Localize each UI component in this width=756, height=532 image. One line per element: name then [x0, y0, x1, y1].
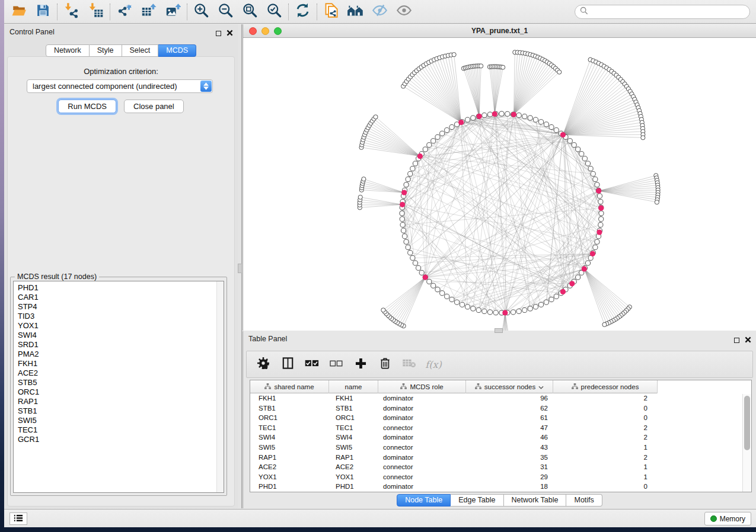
network-graph[interactable] — [243, 38, 756, 331]
export-network-button[interactable] — [112, 2, 136, 22]
table-row[interactable]: YOX1YOX1connector291 — [250, 472, 751, 482]
table-row[interactable]: ACE2ACE2connector311 — [250, 462, 751, 472]
zoom-out-button[interactable] — [213, 2, 238, 22]
result-node-item[interactable]: TEC1 — [18, 425, 224, 435]
float-panel-icon[interactable] — [734, 338, 739, 343]
first-neighbors-button[interactable] — [343, 2, 368, 22]
column-header-shared-name[interactable]: shared name — [250, 380, 329, 393]
zoom-in-icon — [193, 2, 209, 21]
result-node-item[interactable]: YOX1 — [18, 321, 224, 331]
close-panel-button[interactable]: Close panel — [124, 100, 184, 113]
result-node-item[interactable]: ORC1 — [18, 387, 224, 397]
delete-table-button[interactable] — [402, 357, 416, 371]
network-canvas[interactable] — [243, 38, 756, 331]
result-node-item[interactable]: PMA2 — [18, 350, 224, 359]
memory-button[interactable]: Memory — [704, 512, 751, 525]
table-toolbar: f(x) — [246, 351, 753, 378]
deselect-all-checkboxes-button[interactable] — [329, 357, 343, 371]
result-node-item[interactable]: RAP1 — [18, 397, 224, 406]
tab-network-table[interactable]: Network Table — [504, 494, 567, 507]
tab-select[interactable]: Select — [122, 44, 159, 57]
duplicate-network-button[interactable] — [319, 2, 343, 22]
save-session-button[interactable] — [31, 2, 55, 22]
mcds-result-list: PHD1CAR1STP4TID3YOX1SWI4SRD1PMA2FKH1ACE2… — [13, 281, 224, 493]
result-node-item[interactable]: CAR1 — [18, 293, 224, 302]
vertical-splitter[interactable] — [238, 24, 242, 508]
table-row[interactable]: RAP1RAP1dominator352 — [250, 453, 751, 463]
export-image-button[interactable] — [161, 2, 185, 22]
import-table-button[interactable] — [84, 2, 108, 22]
network-titlebar: YPA_prune.txt_1 — [243, 24, 756, 38]
result-node-item[interactable]: ACE2 — [18, 368, 224, 378]
table-row[interactable]: SWI4SWI4dominator462 — [250, 432, 751, 443]
table-settings-button[interactable] — [256, 357, 270, 371]
tab-network[interactable]: Network — [46, 44, 90, 57]
result-node-item[interactable]: STB5 — [18, 378, 224, 387]
tab-node-table[interactable]: Node Table — [397, 494, 451, 507]
column-header-successor-nodes[interactable]: successor nodes — [466, 380, 553, 393]
fx-icon: f(x) — [425, 359, 441, 370]
export-image-icon — [165, 2, 181, 21]
result-node-item[interactable]: PHD1 — [18, 283, 224, 293]
export-table-button[interactable] — [136, 2, 161, 22]
result-node-item[interactable]: STP4 — [18, 302, 224, 312]
table-row[interactable]: TEC1TEC1connector472 — [250, 423, 751, 433]
close-panel-icon[interactable] — [227, 28, 233, 39]
close-panel-icon[interactable] — [745, 335, 751, 345]
task-history-button[interactable] — [9, 512, 27, 525]
result-node-item[interactable]: SRD1 — [18, 340, 224, 350]
zoom-selected-button[interactable] — [262, 2, 286, 22]
delete-row-button[interactable] — [378, 357, 392, 371]
result-node-item[interactable]: GCR1 — [18, 435, 224, 444]
function-builder-button[interactable]: f(x) — [426, 357, 441, 371]
horizontal-splitter-grip[interactable] — [495, 328, 503, 333]
select-all-checkboxes-button[interactable] — [305, 357, 319, 371]
table-row[interactable]: ORC1ORC1dominator610 — [250, 413, 751, 423]
result-node-item[interactable]: FKH1 — [18, 359, 224, 368]
table-cell: 96 — [466, 393, 553, 403]
table-scrollbar-thumb[interactable] — [744, 396, 750, 450]
open-file-button[interactable] — [7, 2, 31, 22]
result-list-scrollbar[interactable] — [216, 281, 224, 492]
result-node-item[interactable]: TID3 — [18, 312, 224, 321]
criterion-select[interactable]: largest connected component (undirected) — [27, 79, 213, 93]
splitter-grip[interactable] — [238, 264, 242, 273]
table-cell: SWI4 — [329, 432, 378, 443]
zoom-fit-button[interactable] — [238, 2, 262, 22]
tab-style[interactable]: Style — [90, 44, 122, 57]
float-panel-icon[interactable] — [216, 31, 221, 36]
run-mcds-button[interactable]: Run MCDS — [58, 100, 116, 113]
table-row[interactable]: PHD1PHD1dominator180 — [250, 482, 751, 492]
table-panel-header: Table Panel — [243, 331, 756, 347]
search-input[interactable] — [591, 8, 749, 16]
mcds-result-group-title: MCDS result (17 nodes) — [15, 273, 99, 281]
column-header-name[interactable]: name — [329, 380, 378, 393]
table-cell: YOX1 — [250, 472, 329, 482]
import-table-icon — [88, 2, 104, 21]
control-panel-tabs: NetworkStyleSelectMCDS — [4, 44, 238, 57]
result-node-item[interactable]: SWI5 — [18, 416, 224, 425]
result-node-item[interactable]: SWI4 — [18, 331, 224, 340]
table-scrollbar[interactable] — [742, 394, 751, 492]
table-row[interactable]: STB1STB1dominator620 — [250, 403, 751, 414]
tab-motifs[interactable]: Motifs — [566, 494, 602, 507]
add-row-button[interactable] — [353, 357, 368, 371]
table-cell: PHD1 — [250, 482, 329, 492]
refresh-view-button[interactable] — [291, 2, 315, 22]
hide-selected-button[interactable] — [368, 2, 392, 22]
column-header-predecessor-nodes[interactable]: predecessor nodes — [553, 380, 658, 393]
show-all-button[interactable] — [392, 2, 416, 22]
column-type-icon — [572, 383, 578, 390]
table-cell: 2 — [553, 432, 658, 443]
table-columns-button[interactable] — [280, 357, 295, 371]
tab-mcds[interactable]: MCDS — [158, 44, 196, 57]
column-header-MCDS-role[interactable]: MCDS role — [378, 380, 466, 393]
zoom-in-button[interactable] — [189, 2, 213, 22]
table-row[interactable]: SWI5SWI5connector431 — [250, 443, 751, 453]
import-network-button[interactable] — [59, 2, 84, 22]
result-node-item[interactable]: STB1 — [18, 406, 224, 416]
table-cell: connector — [378, 423, 466, 433]
column-label: successor nodes — [484, 383, 535, 390]
table-row[interactable]: FKH1FKH1dominator962 — [250, 393, 751, 403]
tab-edge-table[interactable]: Edge Table — [451, 494, 503, 507]
